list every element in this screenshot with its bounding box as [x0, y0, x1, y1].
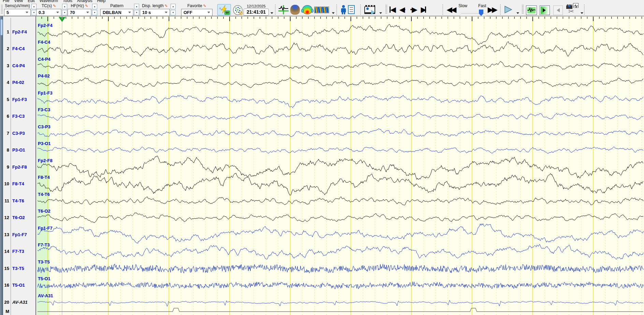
channel-row-9[interactable]: 9Fp2-F8	[3, 164, 35, 170]
disp-length-label: Disp. length	[142, 3, 163, 8]
disp-length-spin-up-button[interactable]: ▲	[171, 4, 176, 9]
channel-row-12[interactable]: 12T6-O2	[3, 215, 35, 221]
dsa-spectrogram-icon[interactable]	[314, 6, 329, 13]
pattern-spin-up-button[interactable]: ▲	[134, 4, 139, 9]
pattern-dropdown[interactable]: DBLBAN	[100, 9, 133, 16]
chevron-down-icon	[56, 12, 59, 13]
sens-spin-down-button[interactable]: ▼	[31, 10, 36, 15]
disp-length-spin-down-button[interactable]: ▼	[171, 10, 176, 15]
maps-dropdown-arrow[interactable]	[332, 12, 335, 14]
play-forward-button[interactable]	[540, 5, 550, 15]
favorite-dropdown[interactable]: OFF	[181, 9, 213, 16]
favorite-edit-pencil-icon[interactable]: ✎	[203, 4, 206, 8]
channel-row-3[interactable]: 3C4-P4	[3, 63, 35, 69]
menu-waveform[interactable]: Waveform	[40, 0, 58, 3]
channel-row-11[interactable]: 11T4-T6	[3, 198, 35, 204]
skip-start-button[interactable]: ◀	[390, 6, 395, 13]
datetime-dropdown-arrow[interactable]	[270, 12, 273, 14]
eeg-trace-Fp1-F7	[38, 224, 643, 243]
datetime-display[interactable]: 12/12/2025 21:41:01	[244, 4, 269, 16]
video-clip-cut-icon[interactable]: ✂	[566, 5, 578, 15]
hf-edit-pencil-icon[interactable]: ✎	[85, 4, 88, 8]
clip-dot-shape	[568, 5, 570, 7]
film-play-triangle	[371, 10, 375, 15]
sens-spin-up-button[interactable]: ▲	[31, 4, 36, 9]
channel-row-13[interactable]: 13Fp1-F7	[3, 232, 35, 238]
channel-row-2[interactable]: 2F4-C4	[3, 46, 35, 52]
left-scrollbar[interactable]	[0, 16, 3, 315]
step-back-button[interactable]: ◀•	[399, 6, 405, 13]
clip-dropdown-arrow[interactable]	[581, 12, 583, 14]
favorite-label: Favorite	[187, 3, 202, 8]
tc-spin-down-button[interactable]: ▼	[62, 10, 67, 15]
channel-derivation-label: Fp2-F8	[12, 164, 27, 170]
event-trace-icon[interactable]	[278, 5, 289, 14]
eeg-trace-T4-T6	[38, 197, 643, 205]
left-scrollbar-thumb[interactable]	[0, 19, 3, 35]
waveform-review-button[interactable]	[526, 5, 537, 15]
patient-icon[interactable]	[341, 5, 346, 14]
notch-filter-button[interactable]: ∿∿ 50	[217, 4, 231, 15]
channel-number: 13	[3, 232, 9, 238]
channel-row-6[interactable]: 6F3-C3	[3, 113, 35, 119]
field-favorite: Favorite✎OFF	[181, 3, 213, 16]
patient-info-list-icon[interactable]	[348, 5, 355, 14]
channel-row-8[interactable]: 8P3-O1	[3, 147, 35, 153]
tc-dropdown[interactable]: 0.3	[36, 9, 61, 16]
channel-derivation-label: P3-O1	[12, 147, 25, 153]
fast-forward-button[interactable]: ▶▶	[488, 5, 496, 14]
topo-ear-left	[301, 9, 304, 13]
channel-label-panel: 1Fp2-F42F4-C43C4-P44P4-025Fp1-F36F3-C37C…	[3, 16, 36, 315]
channel-row-5[interactable]: 5Fp1-F3	[3, 97, 35, 103]
channel-row-10[interactable]: 10F8-T4	[3, 181, 35, 187]
head-3d-map-icon[interactable]	[290, 5, 300, 15]
toolbar-separator	[336, 4, 337, 15]
toolbar-grip[interactable]	[385, 5, 387, 14]
tc-edit-pencil-icon[interactable]: ✎	[53, 4, 56, 8]
channel-row-M[interactable]: M	[3, 309, 35, 315]
rewind-button[interactable]: ◀◀	[447, 5, 455, 14]
hf-spin-up-button[interactable]: ▲	[92, 4, 97, 9]
sens-dropdown[interactable]: 5	[4, 9, 31, 16]
channel-number: 14	[3, 248, 9, 255]
menu-analysis[interactable]: Analysis	[77, 0, 92, 3]
pattern-spin-down-button[interactable]: ▼	[134, 10, 139, 15]
play-button[interactable]	[504, 6, 512, 13]
channel-number: 20	[3, 299, 9, 305]
channel-number: 15	[3, 266, 9, 272]
channel-number: 6	[3, 113, 9, 119]
tc-spin-up-button[interactable]: ▲	[62, 4, 67, 9]
video-playback-icon[interactable]	[364, 5, 375, 14]
channel-row-14[interactable]: 14F7-T3	[3, 248, 35, 255]
disp-length-dropdown[interactable]: 10 s	[140, 9, 170, 16]
hf-spin-down-button[interactable]: ▼	[92, 10, 97, 15]
disp-length-edit-pencil-icon[interactable]: ✎	[165, 4, 168, 8]
menu-file[interactable]: File	[3, 0, 9, 3]
channel-derivation-label: P4-02	[12, 80, 24, 86]
menu-view[interactable]: View	[14, 0, 23, 3]
menu-help[interactable]: Help	[97, 0, 106, 3]
toolbar-grip[interactable]	[522, 5, 524, 14]
waveform-display[interactable]: Fp2-F4F4-C4C4-P4P4-02Fp1-F3F3-C3C3-P3P3-…	[37, 16, 644, 315]
channel-derivation-label: Fp1-F7	[12, 232, 27, 238]
menu-edit[interactable]: Edit	[28, 0, 35, 3]
channel-row-1[interactable]: 1Fp2-F4	[3, 29, 35, 35]
menu-tools[interactable]: Tools	[63, 0, 72, 3]
topography-map-icon[interactable]	[302, 5, 312, 14]
channel-row-15[interactable]: 15T3-T5	[3, 266, 35, 272]
tc-spinner: ▲▼	[62, 4, 67, 15]
video-dropdown-arrow[interactable]	[379, 12, 382, 14]
channel-row-7[interactable]: 7C3-P3	[3, 130, 35, 137]
step-forward-button[interactable]: •▶	[410, 6, 416, 13]
play-dropdown-arrow[interactable]	[516, 12, 519, 14]
hf-dropdown[interactable]: 70	[68, 9, 91, 16]
eeg-trace-T3-T5	[38, 264, 643, 273]
channel-row-16[interactable]: 16T5-O1	[3, 282, 35, 288]
eeg-trace-T6-O2	[38, 213, 643, 223]
channel-row-4[interactable]: 4P4-02	[3, 80, 35, 86]
eeg-trace-C4-P4	[38, 61, 643, 70]
skip-end-button[interactable]: ▶	[421, 6, 426, 13]
channel-row-20[interactable]: 20AV-A31	[3, 299, 35, 305]
electrode-settings-icon[interactable]: ⚙	[233, 4, 243, 15]
toolbar-grip[interactable]	[1, 5, 3, 14]
